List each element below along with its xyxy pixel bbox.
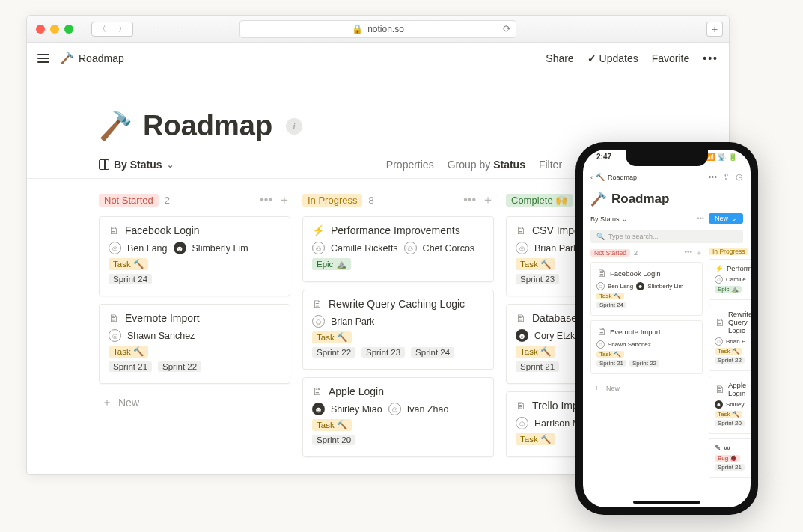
view-name: By Status [114,159,162,171]
more-menu-icon[interactable]: ••• [697,215,704,222]
page-icon-hammer[interactable]: 🔨 [99,111,132,142]
sprint-tag: Sprint 24 [596,302,626,308]
sidebar-toggle-icon[interactable] [37,54,49,63]
url-text: notion.so [367,24,404,34]
type-tag: Epic ⛰️ [312,258,351,270]
board-card[interactable]: 🗎Evernote Import☺Shawn SanchezTask 🔨Spri… [99,304,290,384]
new-tab-button[interactable]: + [706,22,723,37]
board-card[interactable]: ⚡Performance Improvements☺Camille Ricket… [302,216,494,282]
phone-search-input[interactable]: 🔍 Type to search... [590,230,743,243]
more-menu-icon[interactable]: ••• [463,193,476,207]
share-button[interactable]: Share [546,52,573,64]
browser-chrome: 〈 〉 🔒 notion.so ⟳ + [27,16,729,43]
phone-card[interactable]: 🗎Evernote Import☺Shawn SanchezTask 🔨Spri… [590,320,703,374]
chevron-down-icon: ⌄ [167,160,174,170]
card-title: Facebook Login [610,269,661,278]
type-tag: Task 🔨 [516,346,555,358]
add-card-icon[interactable]: ＋ [482,192,494,208]
breadcrumb[interactable]: Roadmap [79,52,124,64]
more-menu-icon[interactable]: ••• [684,248,692,258]
avatar: ☺ [516,417,528,429]
phone-crumb-text[interactable]: Roadmap [608,174,637,181]
card-title: Apple Login [329,385,384,397]
phone-card[interactable]: 🗎Apple Login☻ShirleyTask 🔨Sprint 20 [709,376,751,434]
person-name: Slimberly Lim [647,283,683,290]
status-pill[interactable]: Not Started [590,249,630,257]
avatar: ☺ [596,282,605,290]
share-icon[interactable]: ⇪ [723,172,730,182]
sprint-tag: Sprint 22 [312,347,355,358]
person-name: Camille [726,276,746,283]
close-window-icon[interactable] [36,25,45,34]
column-header: In Progress 8 •••＋ [302,191,494,209]
page-title[interactable]: Roadmap [143,110,272,142]
page-icon: 🗎 [596,325,607,337]
home-indicator[interactable] [633,501,700,504]
phone-title-text[interactable]: Roadmap [611,192,669,207]
board-card[interactable]: 🗎Facebook Login☺Ben Lang☻Slimberly LimTa… [99,216,290,296]
add-card-icon[interactable]: ＋ [278,192,290,208]
maximize-window-icon[interactable] [64,25,73,34]
avatar: ☺ [404,242,417,254]
refresh-icon[interactable]: ⟳ [503,23,511,34]
column-header: Not Started 2 •••＋ [99,191,290,209]
phone-view-selector[interactable]: By Status ⌄ [590,214,628,224]
board-card[interactable]: 🗎Rewrite Query Caching Logic☺Brian ParkT… [302,290,494,370]
phone-card[interactable]: 🗎Facebook Login☺Ben Lang☻Slimberly LimTa… [590,262,703,316]
person-name: Slimberly Lim [192,243,248,254]
type-tag: Task 🔨 [312,331,352,343]
add-card-icon[interactable]: ＋ [695,248,703,258]
properties-button[interactable]: Properties [386,159,434,171]
phone-new-card-button[interactable]: ＋New [590,379,703,397]
board-card[interactable]: 🗎Apple Login☻Shirley Miao☺Ivan ZhaoTask … [302,377,494,457]
minimize-window-icon[interactable] [50,25,59,34]
updates-button[interactable]: ✓ Updates [587,52,638,64]
new-card-button[interactable]: ＋New [99,391,290,414]
favorite-button[interactable]: Favorite [652,52,690,64]
avatar: ☺ [388,403,401,415]
phone-new-button[interactable]: New ⌄ [709,213,743,224]
person-name: Shawn Sanchez [608,341,651,348]
clock-icon[interactable]: ◷ [736,172,743,182]
page-icon: 🗎 [312,298,323,310]
avatar: ☻ [715,400,723,409]
info-icon[interactable]: i [286,118,302,135]
phone-card[interactable]: ⚡Performance☺CamilleEpic ⛰️ [709,259,751,300]
more-menu-icon[interactable]: ••• [708,172,717,182]
more-menu-icon[interactable]: ••• [260,193,272,207]
page-icon: 🗎 [312,385,323,397]
avatar: ☺ [715,337,723,346]
group-by-button[interactable]: Group by Status [448,159,525,171]
forward-button[interactable]: 〉 [112,22,133,37]
phone-mockup: 2:47 📶 📡 🔋 ‹ 🔨 Roadmap ••• ⇪ ◷ 🔨 Roadmap… [575,142,758,515]
person-name: Harrison M [534,418,580,429]
card-title: Rewrite Query Caching Logic [329,298,465,310]
phone-page-title: 🔨 Roadmap [583,185,751,212]
card-title: Performance Improvements [331,224,460,236]
more-menu-icon[interactable]: ••• [703,52,718,64]
person-name: Shirley [726,401,744,408]
status-pill[interactable]: Complete 🙌 [506,194,573,207]
filter-button[interactable]: Filter [539,159,562,171]
type-tag: Task 🔨 [516,258,555,270]
status-pill[interactable]: Not Started [99,194,159,207]
phone-card[interactable]: 🗎Rewrite Query Logic☺Brian PTask 🔨Sprint… [709,305,751,371]
avatar: ☻ [312,403,325,415]
chevron-left-icon[interactable]: ‹ [590,174,593,181]
url-bar[interactable]: 🔒 notion.so ⟳ [239,20,516,38]
page-icon: 🗎 [109,312,119,324]
status-pill[interactable]: In Progress [302,194,362,207]
phone-signal-icons: 📶 📡 🔋 [706,153,737,161]
back-button[interactable]: 〈 [91,22,112,37]
type-tag: Epic ⛰️ [715,286,742,293]
phone-card[interactable]: ✎WBug 🐞Sprint 21 [709,438,751,478]
page-icon: 🗎 [516,400,526,412]
type-tag: Bug 🐞 [715,455,740,462]
card-title: Evernote Import [610,328,661,336]
card-title: Apple Login [728,381,748,397]
view-selector[interactable]: By Status ⌄ [99,159,174,171]
avatar: ☺ [312,242,325,254]
status-pill[interactable]: In Progress [709,248,748,255]
traffic-lights [36,25,73,34]
sprint-tag: Sprint 20 [312,435,355,445]
